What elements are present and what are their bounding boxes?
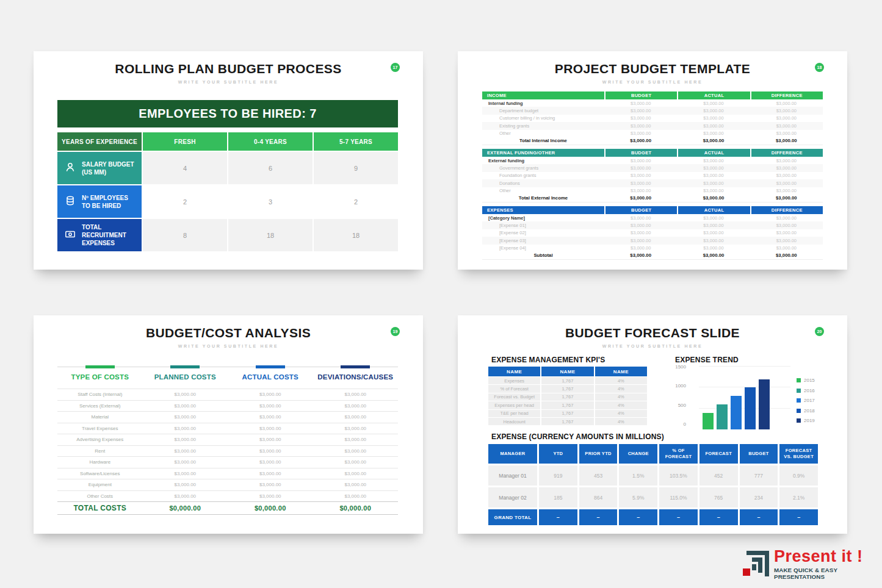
total-budget: $3,000.00: [604, 138, 677, 143]
row-label: Foundation grants: [482, 173, 604, 178]
manager-name: Manager 01: [488, 465, 537, 486]
column-header: 5-7 YEARS: [314, 132, 398, 151]
column-header: DIFFERENCE: [751, 91, 823, 99]
difference-value: $3,000.00: [750, 173, 823, 178]
deviation: $3,000.00: [313, 426, 399, 431]
kpi-header-row: NAMENAMENAME: [488, 367, 647, 376]
grand-total-value: –: [579, 509, 618, 525]
slide-number-badge: 18: [815, 63, 824, 72]
planned-cost: $3,000.00: [143, 403, 228, 409]
expense-rows: Manager 01 919 453 1.5% 103.5% 452 777 0…: [488, 465, 818, 507]
total-costs-row: TOTAL COSTS $0,000.00 $0,000.00 $0,000.0…: [57, 501, 398, 515]
row-label-salary-budget: SALARY BUDGET (US MM): [57, 152, 142, 184]
external-funding-header-row: EXTERNAL FUNDING/OTHER BUDGET ACTUAL DIF…: [482, 149, 823, 157]
manager-name: Manager 02: [488, 487, 537, 507]
row-label-text: Nº EMPLOYEES TO BE HIRED: [82, 194, 137, 210]
actual-cost: $3,000.00: [228, 459, 313, 465]
planned-cost: $3,000.00: [143, 426, 228, 431]
deviation: $3,000.00: [313, 403, 399, 409]
kpi-percent: 4%: [595, 393, 647, 401]
cell-value: 2: [143, 185, 227, 218]
total-label: Subtotal: [482, 253, 604, 258]
table-row: [Expense 01] $3,000.00 $3,000.00 $3,000.…: [482, 221, 823, 229]
difference-value: $3,000.00: [750, 188, 823, 193]
actual-value: $3,000.00: [677, 158, 750, 163]
table-row: T&E per head 1,767 4%: [488, 410, 647, 417]
y-tick-label: 1000: [675, 383, 686, 389]
column-header: NAME: [541, 367, 593, 376]
deviation: $3,000.00: [313, 437, 399, 442]
slide-budget-forecast: BUDGET FORECAST SLIDE WRITE YOUR SUBTITL…: [458, 315, 847, 534]
kpi-name: Expenses: [488, 377, 540, 384]
trend-section-heading: EXPENSE TREND: [675, 356, 739, 364]
column-header: FORECAST VS. BUDGET: [779, 444, 818, 464]
row-label: Other: [482, 131, 604, 136]
budget-value: $3,000.00: [604, 115, 677, 121]
actual-value: $3,000.00: [677, 223, 750, 228]
column-header: EXTERNAL FUNDING/OTHER: [482, 149, 604, 157]
total-actual: $3,000.00: [677, 138, 750, 143]
budget-value: 777: [740, 465, 778, 486]
y-tick-label: 0: [684, 421, 686, 427]
grand-total-label: GRAND TOTAL: [488, 509, 537, 525]
difference-value: $3,000.00: [750, 238, 823, 243]
row-label: [Expense 03]: [482, 238, 604, 243]
income-rows: Internal funding $3,000.00 $3,000.00 $3,…: [482, 99, 823, 137]
budget-value: $3,000.00: [604, 173, 677, 178]
total-difference: $3,000.00: [750, 195, 823, 201]
column-header: MANAGER: [488, 444, 537, 464]
grand-total-value: –: [740, 509, 778, 525]
legend-item: 2016: [797, 388, 815, 393]
kpi-percent: 4%: [595, 377, 647, 384]
difference-value: $3,000.00: [750, 158, 823, 163]
deviation: $3,000.00: [313, 482, 399, 487]
difference-value: $3,000.00: [750, 230, 823, 235]
budget-value: $3,000.00: [604, 131, 677, 136]
kpi-value: 1,767: [541, 410, 593, 417]
row-label: Government grants: [482, 165, 604, 171]
difference-value: $3,000.00: [750, 108, 823, 113]
external-funding-rows: External funding $3,000.00 $3,000.00 $3,…: [482, 157, 823, 195]
kpi-name: Forecast vs. Budget: [488, 393, 540, 401]
trend-bar-2019: [759, 379, 770, 429]
expense-trend-chart: 150010005000 20152016201720182019: [670, 367, 815, 429]
column-header: BUDGET: [605, 91, 677, 99]
row-label-text: TOTAL RECRUITMENT EXPENSES: [82, 223, 137, 247]
kpi-table: NAMENAMENAME Expenses 1,767 4% % of Fore…: [488, 367, 647, 425]
actual-cost: $3,000.00: [228, 471, 313, 476]
actual-value: $3,000.00: [677, 181, 750, 186]
kpi-rows: Expenses 1,767 4% % of Forecast 1,767 4%…: [488, 377, 647, 425]
cell-value: 4: [143, 152, 227, 184]
column-header: TYPE OF COSTS: [57, 367, 143, 389]
column-header: FORECAST: [699, 444, 738, 464]
column-header: % OF FORECAST: [659, 444, 698, 464]
table-row: Customer billing / in voicing $3,000.00 …: [482, 115, 823, 122]
legend-swatch: [797, 389, 801, 393]
table-row: Other $3,000.00 $3,000.00 $3,000.00: [482, 187, 823, 195]
budget-value: $3,000.00: [604, 101, 677, 106]
cost-type: Staff Costs (Internal): [57, 392, 143, 397]
actual-value: $3,000.00: [677, 230, 750, 235]
page-subtitle: WRITE YOUR SUBTITLE HERE: [34, 344, 423, 348]
difference-value: $3,000.00: [750, 165, 823, 171]
actual-value: $3,000.00: [677, 101, 750, 106]
total-row: Total Internal Income $3,000.00 $3,000.0…: [482, 137, 823, 145]
table-row: Rent $3,000.00 $3,000.00 $3,000.00: [57, 445, 398, 457]
table-row: Material $3,000.00 $3,000.00 $3,000.00: [57, 411, 398, 423]
total-budget: $3,000.00: [604, 253, 677, 258]
kpi-section-heading: EXPENSE MANAGEMENT KPI'S: [491, 356, 605, 364]
table-row: Internal funding $3,000.00 $3,000.00 $3,…: [482, 99, 823, 107]
grand-total-value: –: [779, 509, 818, 525]
person-icon: [64, 161, 76, 175]
cost-type: Advertising Expenses: [57, 437, 143, 442]
row-label: Internal funding: [482, 101, 604, 106]
cost-type: Equipment: [57, 482, 143, 487]
legend-label: 2016: [804, 388, 815, 393]
table-row: Forecast vs. Budget 1,767 4%: [488, 393, 647, 401]
actual-value: $3,000.00: [677, 115, 750, 121]
legend-swatch: [797, 409, 801, 413]
table-row: Foundation grants $3,000.00 $3,000.00 $3…: [482, 172, 823, 179]
cost-type: Software/Licenses: [57, 471, 143, 476]
logo-tagline: MAKE QUICK & EASY PRESENTATIONS: [774, 567, 882, 580]
column-header: DEVIATIONS/CAUSES: [313, 367, 399, 389]
